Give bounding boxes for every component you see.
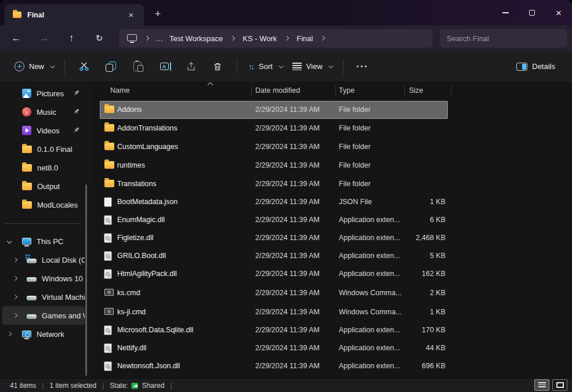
back-button[interactable]: ← — [6, 28, 26, 48]
breadcrumb-chevron-icon[interactable] — [320, 36, 325, 41]
copy-button[interactable] — [97, 56, 124, 77]
more-button[interactable] — [349, 56, 376, 77]
sidebar-item-games[interactable]: Games and Wo — [2, 306, 85, 325]
rename-button[interactable]: A — [151, 56, 178, 77]
chevron-right-icon[interactable] — [7, 332, 12, 336]
tab-final[interactable]: Final × — [5, 4, 144, 26]
table-row[interactable]: AddonTranslations 2/29/2024 11:39 AM Fil… — [100, 119, 448, 137]
column-divider[interactable] — [335, 86, 336, 95]
file-name: runtimes — [117, 157, 145, 175]
sidebar-item-windows-10[interactable]: Windows 10 (D — [2, 269, 85, 288]
folder-icon — [22, 164, 32, 172]
search-input[interactable] — [447, 34, 560, 43]
breadcrumb-chevron-icon[interactable] — [284, 36, 289, 41]
network-icon — [22, 331, 31, 337]
column-divider[interactable] — [251, 86, 252, 95]
details-view-toggle[interactable] — [534, 379, 549, 391]
sidebar-item-010-final[interactable]: 0.1.0 Final — [2, 140, 85, 158]
this-pc-icon[interactable] — [127, 34, 137, 41]
music-icon: ♪ — [22, 107, 31, 117]
table-row[interactable]: Nettify.dll 2/29/2024 11:39 AM Applicati… — [100, 339, 448, 357]
view-button-label: View — [306, 62, 323, 71]
breadcrumb-final[interactable]: Final — [293, 32, 316, 45]
chevron-right-icon[interactable] — [13, 313, 17, 318]
sidebar-item-music[interactable]: ♪ Music — [2, 103, 85, 121]
table-row[interactable]: runtimes 2/29/2024 11:39 AM File folder — [100, 157, 448, 175]
sidebar-item-local-disk-c[interactable]: Local Disk (C:) — [2, 251, 85, 269]
table-row[interactable]: ks.cmd 2/29/2024 11:39 AM Windows Comma.… — [100, 284, 448, 302]
view-button[interactable]: View — [287, 56, 337, 77]
chevron-down-icon[interactable] — [7, 239, 12, 244]
file-date-modified: 2/29/2024 11:39 AM — [255, 101, 320, 119]
table-row[interactable]: HtmlAgilityPack.dll 2/29/2024 11:39 AM A… — [100, 265, 448, 283]
column-divider[interactable] — [451, 86, 451, 95]
share-button[interactable] — [178, 56, 204, 77]
delete-button[interactable] — [204, 56, 231, 77]
table-row[interactable]: BootMetadata.json 2/29/2024 11:39 AM JSO… — [100, 193, 448, 211]
new-button[interactable]: + New — [9, 56, 59, 77]
navigation-bar: ← → ↑ ↻ … Test Workspace KS - Work Final — [0, 26, 572, 51]
file-list: Name Date modified Type Size Addons 2/29… — [93, 82, 572, 378]
table-row[interactable]: Translations 2/29/2024 11:39 AM File fol… — [100, 175, 448, 193]
table-row[interactable]: Newtonsoft.Json.dll 2/29/2024 11:39 AM A… — [100, 357, 448, 375]
table-row[interactable]: EnumMagic.dll 2/29/2024 11:39 AM Applica… — [100, 211, 448, 229]
large-icons-view-toggle[interactable] — [552, 379, 567, 391]
table-row[interactable]: ks-jl.cmd 2/29/2024 11:39 AM Windows Com… — [100, 303, 448, 321]
file-type: File folder — [339, 157, 371, 175]
details-pane-button[interactable]: Details — [511, 56, 560, 77]
close-button[interactable]: × — [545, 0, 572, 26]
pin-icon — [73, 108, 80, 115]
up-button[interactable]: ↑ — [61, 28, 81, 48]
column-divider[interactable] — [404, 86, 405, 95]
chevron-right-icon[interactable] — [13, 257, 17, 262]
column-header-date-modified[interactable]: Date modified — [255, 82, 300, 97]
chevron-right-icon[interactable] — [13, 276, 17, 281]
cut-button[interactable] — [71, 56, 97, 77]
sidebar-scrollbar[interactable] — [85, 184, 87, 376]
new-tab-button[interactable]: + — [150, 6, 166, 22]
column-header-name[interactable]: Name — [110, 82, 129, 97]
sidebar-item-network[interactable]: Network — [2, 325, 85, 343]
refresh-button[interactable]: ↻ — [89, 28, 109, 48]
breadcrumb-chevron-icon[interactable] — [230, 36, 235, 41]
sort-button[interactable]: ↑↓ Sort — [243, 56, 287, 77]
maximize-button[interactable] — [519, 0, 545, 26]
selection-count: 1 item selected — [49, 382, 96, 390]
sidebar-item-virtual-machines[interactable]: Virtual Machin — [2, 288, 85, 306]
sidebar-item-pictures[interactable]: Pictures — [2, 84, 85, 103]
file-name: ks-jl.cmd — [117, 303, 146, 321]
sidebar-item-this-pc[interactable]: This PC — [2, 232, 85, 251]
sidebar-item-output[interactable]: Output — [2, 177, 85, 195]
file-date-modified: 2/29/2024 11:39 AM — [255, 175, 320, 193]
chevron-down-icon — [278, 63, 283, 68]
breadcrumb-ellipsis[interactable]: … — [153, 34, 166, 43]
breadcrumb-test-workspace[interactable]: Test Workspace — [166, 32, 226, 45]
sidebar-item-modlocales[interactable]: ModLocales — [2, 195, 85, 214]
table-row[interactable]: CustomLanguages 2/29/2024 11:39 AM File … — [100, 138, 448, 156]
column-header-size[interactable]: Size — [409, 82, 423, 97]
breadcrumb-ks-work[interactable]: KS - Work — [239, 32, 280, 45]
file-date-modified: 2/29/2024 11:39 AM — [255, 303, 320, 321]
sidebar-item-net80[interactable]: net8.0 — [2, 158, 85, 177]
paste-button[interactable] — [124, 56, 151, 77]
minimize-button[interactable] — [492, 0, 519, 26]
chevron-right-icon[interactable] — [13, 295, 17, 299]
forward-button[interactable]: → — [34, 28, 54, 48]
file-icon — [104, 344, 111, 353]
table-row[interactable]: Microsoft.Data.Sqlite.dll 2/29/2024 11:3… — [100, 321, 448, 339]
file-icon — [104, 362, 111, 371]
column-headers: Name Date modified Type Size — [93, 82, 572, 97]
titlebar: Final × + × — [0, 0, 572, 26]
table-row[interactable]: Addons 2/29/2024 11:39 AM File folder — [100, 101, 448, 119]
search-box[interactable] — [440, 29, 567, 48]
table-row[interactable]: Figletize.dll 2/29/2024 11:39 AM Applica… — [100, 229, 448, 247]
file-type: Application exten... — [339, 321, 400, 339]
file-name: EnumMagic.dll — [117, 211, 165, 229]
address-bar[interactable]: … Test Workspace KS - Work Final — [119, 29, 433, 48]
sidebar-item-videos[interactable]: Videos — [2, 121, 85, 140]
sidebar-item-label: Output — [37, 182, 60, 191]
column-header-type[interactable]: Type — [339, 82, 354, 97]
breadcrumb-chevron-icon[interactable] — [144, 36, 149, 41]
tab-close-icon[interactable]: × — [124, 8, 138, 22]
table-row[interactable]: GRILO.Boot.dll 2/29/2024 11:39 AM Applic… — [100, 247, 448, 265]
